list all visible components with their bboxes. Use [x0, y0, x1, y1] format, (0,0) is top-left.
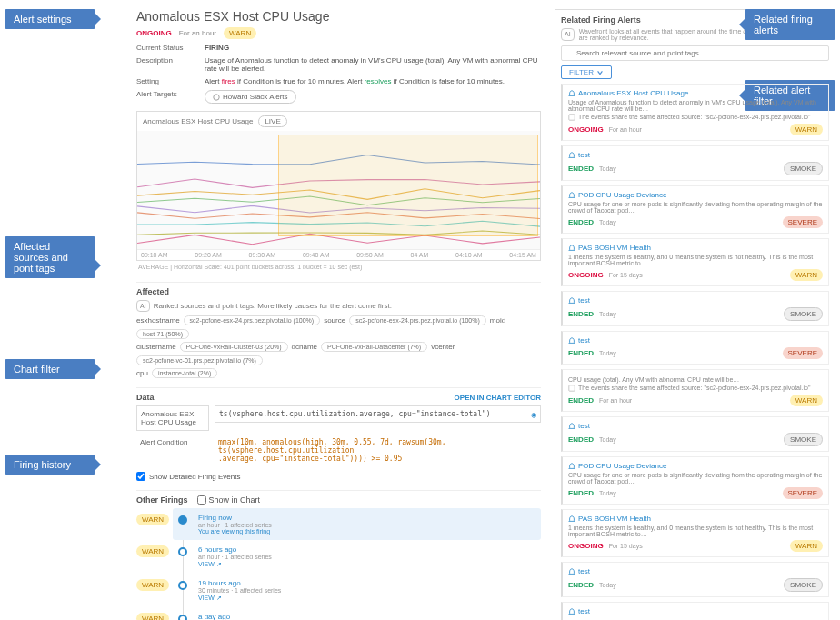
tag-pill[interactable]: PCFOne-VxRail-Cluster-03 (20%) — [180, 342, 288, 352]
search-input[interactable] — [561, 45, 829, 61]
related-status: ENDED — [568, 581, 594, 589]
filter-button[interactable]: FILTER — [561, 65, 612, 79]
x-tick: 04:15 AM — [509, 252, 536, 258]
timeline-dot — [178, 581, 187, 590]
related-alert-card[interactable]: CPU usage (total). Any VM with abnormal … — [561, 369, 829, 412]
related-alert-desc: CPU usage for one or more pods is signif… — [568, 472, 823, 485]
tag-pill[interactable]: PCFOne-VxRail-Datacenter (7%) — [321, 342, 427, 352]
related-alert-card[interactable]: testENDEDTodaySMOKE — [561, 145, 829, 181]
firing-item[interactable]: WARNa day agoan hour · 1 affected series… — [173, 607, 541, 620]
firing-title: 6 hours ago — [198, 545, 541, 554]
related-alert-card[interactable]: Anomalous ESX Host CPU UsageUsage of Ano… — [561, 84, 829, 141]
x-tick: 09:20 AM — [195, 252, 222, 258]
tag-pill[interactable]: sc2-pcfone-esx-24.prs.pez.pivotal.io (10… — [349, 315, 486, 325]
ai-badge: AI — [561, 28, 575, 41]
timeline-dot — [178, 547, 187, 556]
related-alert-link[interactable]: PAS BOSH VM Health — [568, 515, 823, 523]
related-when: For 15 days — [609, 272, 643, 278]
chevron-down-icon — [596, 69, 604, 76]
tag-pill[interactable]: instance-total (2%) — [152, 368, 217, 378]
setting-value: Alert fires if Condition is true for 10 … — [205, 77, 541, 85]
firing-title: 19 hours ago — [198, 579, 541, 587]
related-alert-foot: ONGOINGFor 15 daysWARN — [568, 540, 823, 552]
x-tick: 04 AM — [410, 252, 428, 258]
page-title: Anomalous ESX Host CPU Usage — [136, 9, 541, 24]
related-status: ENDED — [568, 218, 594, 226]
tag-pill[interactable]: host-71 (50%) — [136, 329, 189, 339]
related-alert-link[interactable]: test — [568, 567, 823, 575]
affected-row: esxhostnamesc2-pcfone-esx-24.prs.pez.piv… — [136, 315, 541, 339]
related-alert-link[interactable]: test — [568, 607, 823, 615]
bell-icon — [568, 608, 575, 615]
firing-sub: an hour · 1 affected series — [198, 522, 541, 528]
firing-item[interactable]: WARN19 hours ago30 minutes · 1 affected … — [173, 574, 541, 607]
bell-icon — [568, 568, 575, 575]
query-label: Anomalous ESX Host CPU Usage — [136, 405, 209, 431]
related-alert-foot: ENDEDTodaySMOKE — [568, 578, 823, 592]
related-alert-card[interactable]: POD CPU Usage DevianceCPU usage for one … — [561, 456, 829, 505]
related-when: Today — [599, 219, 616, 225]
chart-x-axis: 09:10 AM09:20 AM09:30 AM09:40 AM09:50 AM… — [137, 249, 540, 260]
affected-row: clusternamePCFOne-VxRail-Cluster-03 (20%… — [136, 342, 541, 365]
status-duration: For an hour — [179, 29, 216, 37]
condition-label: Alert Condition — [136, 435, 209, 450]
bell-icon — [568, 423, 575, 430]
affected-desc: Ranked sources and point tags. More like… — [154, 302, 392, 310]
related-alert-card[interactable]: testENDEDTodaySMOKE — [561, 562, 829, 597]
bell-icon — [568, 515, 575, 523]
related-when: For an hour — [599, 397, 632, 404]
eye-icon[interactable]: ◉ — [532, 410, 536, 419]
related-alert-link[interactable]: POD CPU Usage Deviance — [568, 462, 823, 470]
related-status: ONGOING — [568, 542, 604, 550]
show-detailed-checkbox[interactable] — [136, 472, 145, 481]
firing-item[interactable]: WARN6 hours agoan hour · 1 affected seri… — [173, 540, 541, 574]
related-when: For 15 days — [609, 543, 643, 549]
related-alert-link[interactable]: test — [568, 422, 823, 430]
firing-current: You are viewing this firing — [198, 528, 541, 535]
related-status: ENDED — [568, 435, 594, 444]
firing-badge: WARN — [136, 613, 169, 620]
firing-title: a day ago — [198, 613, 541, 620]
related-alert-link[interactable]: test — [568, 336, 823, 345]
firing-title: Firing now — [198, 514, 541, 522]
live-toggle[interactable]: LIVE — [258, 115, 286, 127]
svg-rect-3 — [569, 115, 575, 120]
firing-view-link[interactable]: VIEW ↗ — [198, 561, 222, 568]
chart-footer: AVERAGE | Horizontal Scale: 401 point bu… — [136, 261, 541, 273]
ai-icon: AI — [136, 300, 150, 312]
related-alert-link[interactable]: test — [568, 296, 823, 305]
tag-label: vcenter — [431, 343, 455, 351]
related-severity-badge: WARN — [790, 124, 823, 135]
related-alert-card[interactable]: PAS BOSH VM Health1 means the system is … — [561, 238, 829, 286]
open-chart-editor-link[interactable]: OPEN IN CHART EDITOR — [455, 394, 541, 402]
related-alert-foot: ENDEDFor an hourWARN — [568, 395, 823, 406]
affected-heading: Affected — [136, 282, 541, 296]
related-alert-card[interactable]: PAS BOSH VM Health1 means the system is … — [561, 509, 829, 557]
related-alert-card[interactable]: testENDEDTodaySMOKE — [561, 416, 829, 452]
related-severity-badge: SEVERE — [783, 216, 823, 228]
related-alert-link[interactable]: test — [568, 151, 823, 159]
firing-item[interactable]: WARNFiring nowan hour · 1 affected serie… — [173, 508, 541, 540]
firing-view-link[interactable]: VIEW ↗ — [198, 595, 222, 602]
related-alert-card[interactable]: POD CPU Usage DevianceCPU usage for one … — [561, 185, 829, 234]
query-body[interactable]: ts(vsphere.host.cpu.utilization.average,… — [215, 405, 541, 423]
related-status: ENDED — [568, 396, 594, 405]
related-alert-link[interactable]: Anomalous ESX Host CPU Usage — [568, 89, 823, 97]
data-heading: Data — [136, 393, 155, 402]
setting-label: Setting — [136, 77, 205, 85]
related-alert-card[interactable]: testENDEDTodaySEVERE — [561, 331, 829, 365]
related-alert-link[interactable]: PAS BOSH VM Health — [568, 244, 823, 252]
tag-pill[interactable]: sc2-pcfone-vc-01.prs.pez.pivotal.io (7%) — [136, 355, 263, 365]
related-alert-card[interactable]: testENDEDToday — [561, 602, 829, 620]
show-detailed-label: Show Detailed Firing Events — [149, 473, 241, 481]
related-alert-link[interactable]: POD CPU Usage Deviance — [568, 191, 823, 199]
related-alert-desc: CPU usage for one or more pods is signif… — [568, 201, 823, 214]
firing-badge: WARN — [136, 514, 169, 525]
tag-pill[interactable]: sc2-pcfone-esx-24.prs.pez.pivotal.io (10… — [184, 315, 321, 325]
chart-area[interactable] — [137, 131, 540, 249]
related-alert-card[interactable]: testENDEDTodaySMOKE — [561, 291, 829, 326]
show-in-chart-checkbox[interactable] — [197, 495, 206, 505]
related-alert-foot: ONGOINGFor an hourWARN — [568, 124, 823, 135]
alert-target-pill[interactable]: Howard Slack Alerts — [205, 90, 296, 104]
related-alert-foot: ENDEDTodaySEVERE — [568, 487, 823, 499]
